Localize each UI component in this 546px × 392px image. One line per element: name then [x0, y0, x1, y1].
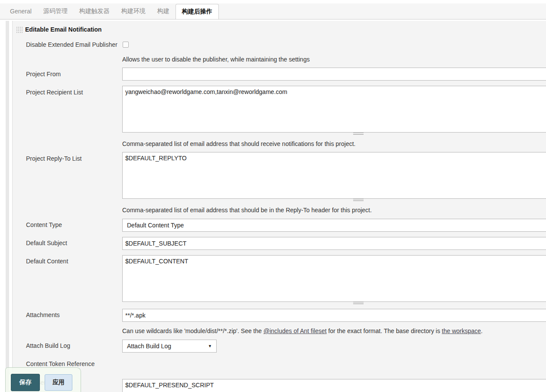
- content-token-reference-label: Content Token Reference: [26, 360, 95, 367]
- tab-source-code-management[interactable]: 源码管理: [43, 3, 68, 19]
- chevron-down-icon: ▼: [208, 344, 212, 348]
- default-subject-label: Default Subject: [26, 240, 67, 246]
- attachments-help-text: .: [481, 327, 483, 334]
- textarea-resize-grip[interactable]: [353, 199, 364, 201]
- project-recipient-list-textarea[interactable]: yangweichao@reworldgame.com,tanxin@rewor…: [122, 86, 546, 133]
- tab-post-build-actions[interactable]: 构建后操作: [176, 4, 219, 19]
- project-reply-to-list-textarea[interactable]: $DEFAULT_REPLYTO: [122, 152, 546, 199]
- tab-build-triggers[interactable]: 构建触发器: [79, 3, 110, 19]
- attachments-help: Can use wildcards like 'module/dist/**/*…: [122, 327, 483, 334]
- attachments-help-text: Can use wildcards like 'module/dist/**/*…: [122, 327, 263, 334]
- config-tab-bar: General 源码管理 构建触发器 构建环境 构建 构建后操作: [0, 3, 546, 19]
- project-reply-to-list-help: Comma-separated list of email address th…: [122, 207, 372, 214]
- apply-button[interactable]: 应用: [45, 374, 72, 391]
- disable-publisher-checkbox[interactable]: [123, 42, 129, 48]
- tab-general[interactable]: General: [10, 3, 32, 19]
- textarea-resize-grip[interactable]: [353, 302, 364, 304]
- grid-dots-icon[interactable]: [16, 26, 23, 34]
- left-rail: [6, 21, 9, 392]
- tab-build-environment[interactable]: 构建环境: [121, 3, 146, 19]
- disable-publisher-label: Disable Extended Email Publisher: [26, 41, 117, 48]
- section-title: Editable Email Notification: [25, 26, 102, 33]
- attach-build-log-select[interactable]: Attach Build Log ▼: [122, 340, 217, 353]
- attachments-label: Attachments: [26, 311, 60, 318]
- project-reply-to-list-label: Project Reply-To List: [26, 155, 81, 162]
- project-recipient-list-label: Project Recipient List: [26, 89, 83, 96]
- project-from-label: Project From: [26, 71, 61, 78]
- project-recipient-list-help: Comma-separated list of email address th…: [122, 140, 355, 147]
- default-content-label: Default Content: [26, 258, 68, 265]
- tab-build[interactable]: 构建: [157, 3, 170, 19]
- textarea-resize-grip[interactable]: [353, 133, 364, 135]
- ant-fileset-link[interactable]: @includes of Ant fileset: [263, 327, 327, 334]
- attachments-help-text: for the exact format. The base directory…: [327, 327, 442, 334]
- content-type-label: Content Type: [26, 221, 62, 228]
- save-button[interactable]: 保存: [11, 374, 40, 391]
- project-from-input[interactable]: [122, 68, 546, 81]
- default-subject-input[interactable]: [122, 237, 546, 250]
- content-type-selected-value: Default Content Type: [127, 222, 184, 229]
- pre-send-script-textarea[interactable]: $DEFAULT_PRESEND_SCRIPT: [122, 379, 546, 392]
- content-type-select[interactable]: Default Content Type: [122, 219, 546, 232]
- disable-publisher-help: Allows the user to disable the publisher…: [122, 56, 310, 63]
- attach-build-log-selected-value: Attach Build Log: [127, 343, 171, 350]
- attachments-input[interactable]: [122, 309, 546, 322]
- workspace-link[interactable]: the workspace: [442, 327, 481, 334]
- attach-build-log-label: Attach Build Log: [26, 342, 70, 349]
- default-content-textarea[interactable]: $DEFAULT_CONTENT: [122, 255, 546, 302]
